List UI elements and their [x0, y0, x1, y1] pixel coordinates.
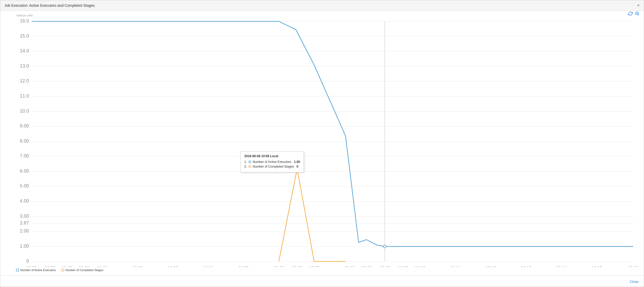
svg-text:10:06: 10:06	[274, 266, 284, 267]
chart-tooltip: 2018-06-08 10:09 Local 1. Number of Acti…	[240, 151, 304, 172]
chart-area: Various units	[0, 11, 644, 275]
svg-text:10:05: 10:05	[238, 266, 249, 267]
svg-text:11.0: 11.0	[20, 93, 29, 99]
svg-text:10:13: 10:13	[521, 266, 531, 267]
active-executors-dot	[383, 245, 386, 248]
completed-stages-line	[279, 169, 346, 261]
tooltip-title: 2018-06-08 10:09 Local	[244, 154, 300, 158]
chart-legend: Number of Active Executors Number of Com…	[16, 267, 639, 273]
tooltip-row-2: 2. Number of Completed Stages 0	[244, 165, 300, 168]
svg-text:10:06: 10:06	[292, 266, 302, 267]
tooltip-num-2: 2.	[244, 165, 247, 168]
svg-text:10:00: 10:00	[62, 266, 72, 267]
svg-text:10:07: 10:07	[309, 266, 319, 267]
tooltip-value-1: 1.00	[294, 160, 300, 164]
svg-text:10:09: 10:09	[380, 266, 390, 267]
window-title: Job Execution: Active Executors and Comp…	[4, 3, 95, 8]
svg-text:14.0: 14.0	[20, 48, 29, 53]
svg-text:7.00: 7.00	[20, 153, 29, 158]
tooltip-dot-1	[249, 161, 251, 163]
svg-text:10:08: 10:08	[361, 266, 372, 267]
chart-svg: 16.0 15.0 14.0 13.0 12.0 11.0 10.0 9.00 …	[16, 16, 639, 267]
legend-item-completed-stages: Number of Completed Stages	[61, 268, 103, 272]
tooltip-dot-2	[249, 165, 251, 168]
svg-text:10.0: 10.0	[20, 108, 29, 113]
legend-label-active-executors: Number of Active Executors	[20, 268, 56, 272]
svg-text:10:02: 10:02	[132, 266, 143, 267]
legend-item-active-executors: Number of Active Executors	[16, 268, 56, 272]
zoom-button[interactable]	[635, 11, 640, 17]
svg-text:10:12: 10:12	[486, 266, 496, 267]
svg-text:10:00: 10:00	[79, 266, 89, 267]
svg-text:6.00: 6.00	[20, 168, 29, 173]
svg-text:10:15: 10:15	[592, 266, 602, 267]
svg-text:10:11: 10:11	[450, 266, 460, 267]
svg-text:13.0: 13.0	[20, 63, 29, 68]
title-bar: Job Execution: Active Executors and Comp…	[0, 0, 644, 11]
svg-text:16.0: 16.0	[20, 18, 29, 23]
close-button[interactable]: Close	[630, 280, 639, 284]
tooltip-label-1: Number of Active Executors	[253, 160, 291, 164]
tooltip-num-1: 1.	[244, 160, 247, 164]
svg-text:2.00: 2.00	[20, 228, 29, 234]
svg-text:4.00: 4.00	[20, 198, 29, 204]
tooltip-value-2: 0	[297, 165, 298, 168]
svg-text:10:09: 10:09	[398, 266, 408, 267]
legend-dot-completed-stages	[61, 268, 64, 272]
tooltip-row-1: 1. Number of Active Executors 1.00	[244, 160, 300, 164]
svg-text:10:10: 10:10	[415, 266, 425, 267]
chart-container: 16.0 15.0 14.0 13.0 12.0 11.0 10.0 9.00 …	[16, 16, 639, 267]
window-close-button[interactable]: ×	[637, 3, 640, 8]
svg-text:0: 0	[26, 258, 29, 264]
bottom-bar: Close	[0, 275, 644, 287]
svg-text:2.87: 2.87	[20, 220, 29, 225]
svg-text:15.0: 15.0	[20, 33, 29, 38]
svg-text:3.00: 3.00	[20, 213, 29, 218]
svg-text:10:16: 10:16	[628, 266, 639, 267]
tooltip-label-2: Number of Completed Stages	[253, 165, 294, 168]
svg-text:1.00: 1.00	[20, 243, 29, 248]
legend-dot-active-executors	[16, 268, 19, 272]
svg-text:10:01: 10:01	[97, 266, 108, 267]
svg-text:5.00: 5.00	[20, 183, 29, 188]
svg-text:10:08: 10:08	[344, 266, 355, 267]
svg-text:8.00: 8.00	[20, 138, 29, 143]
refresh-button[interactable]	[628, 11, 633, 17]
svg-text:09:59: 09:59	[26, 266, 37, 267]
svg-text:12.0: 12.0	[20, 78, 29, 83]
svg-text:10:14: 10:14	[556, 266, 566, 267]
svg-text:9.00: 9.00	[20, 123, 29, 129]
chart-toolbar	[628, 11, 640, 17]
svg-text:10:03: 10:03	[168, 266, 178, 267]
main-window: Job Execution: Active Executors and Comp…	[0, 0, 644, 287]
legend-label-completed-stages: Number of Completed Stages	[66, 268, 103, 272]
svg-text:09:59: 09:59	[45, 266, 55, 267]
active-executors-line	[32, 21, 633, 247]
svg-text:10:04: 10:04	[203, 266, 214, 267]
